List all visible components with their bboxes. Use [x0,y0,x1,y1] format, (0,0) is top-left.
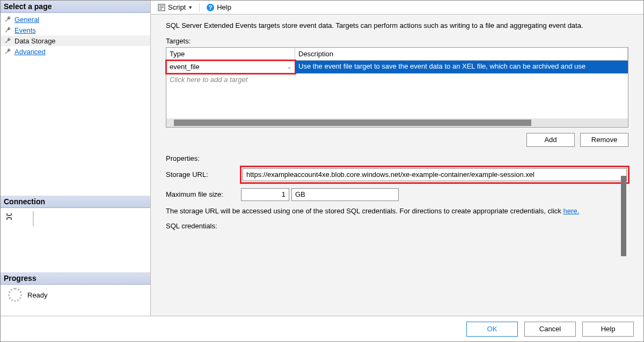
chevron-down-icon: ▼ [188,5,193,10]
connection-box [33,211,34,226]
help-button[interactable]: Help [582,322,634,337]
add-target-row[interactable]: Click here to add a target [166,73,628,86]
credentials-hint: The storage URL will be accessed using o… [166,206,628,216]
progress-spinner-icon [8,288,22,302]
main-panel: Script ▼ ? Help SQL Server Extended Even… [151,1,643,316]
table-row[interactable]: event_file ⌄ Use the event file target t… [166,61,628,73]
properties-label: Properties: [166,154,628,162]
progress-status: Ready [27,291,48,299]
sidebar-item-label: Advanced [14,48,46,56]
sidebar-item-label: Events [14,26,36,34]
sidebar: Select a page General Events Data Storag… [1,1,151,316]
cancel-button[interactable]: Cancel [524,322,576,337]
sidebar-item-general[interactable]: General [1,14,150,25]
toolbar: Script ▼ ? Help [151,1,643,14]
sidebar-item-label: General [14,16,39,24]
help-label: Help [217,3,231,11]
connection-header: Connection [1,196,150,208]
script-label: Script [168,3,186,11]
svg-text:?: ? [209,4,213,11]
targets-grid: Type Description event_file ⌄ Use the ev… [166,47,628,128]
max-file-size-input[interactable] [241,188,289,201]
sidebar-item-events[interactable]: Events [1,25,150,35]
target-type-dropdown[interactable]: event_file ⌄ [166,61,295,73]
storage-url-label: Storage URL: [166,170,241,179]
storage-url-input[interactable] [243,168,627,181]
targets-label: Targets: [166,37,628,45]
max-file-size-unit-select[interactable] [291,188,399,201]
target-description: Use the event file target to save the ev… [295,61,628,73]
chevron-down-icon: ⌄ [287,64,291,70]
horizontal-scrollbar[interactable] [166,118,628,127]
credentials-here-link[interactable]: here. [563,207,579,215]
dialog-footer: OK Cancel Help [1,316,643,341]
wrench-icon [4,15,12,24]
sidebar-item-label: Data Storage [14,37,56,45]
vertical-scrollbar[interactable] [621,176,626,256]
target-type-value: event_file [170,63,200,71]
server-icon [5,212,13,221]
max-file-size-label: Maximum file size: [166,190,241,198]
help-icon: ? [206,3,215,12]
wrench-icon [4,47,12,56]
wrench-icon [4,26,12,34]
grid-header-description[interactable]: Description [295,48,628,60]
script-icon [157,3,166,12]
grid-header-type[interactable]: Type [166,48,295,60]
sql-credentials-label: SQL credentials: [166,222,241,230]
sidebar-item-advanced[interactable]: Advanced [1,46,150,57]
progress-header: Progress [1,272,150,285]
remove-button[interactable]: Remove [580,133,628,147]
select-page-header: Select a page [1,1,150,13]
add-button[interactable]: Add [526,133,575,147]
script-button[interactable]: Script ▼ [154,2,196,13]
sidebar-item-data-storage[interactable]: Data Storage [1,35,150,46]
intro-text: SQL Server Extended Events targets store… [166,21,628,31]
wrench-icon [4,36,12,45]
ok-button[interactable]: OK [466,322,518,337]
help-button[interactable]: ? Help [203,2,235,13]
